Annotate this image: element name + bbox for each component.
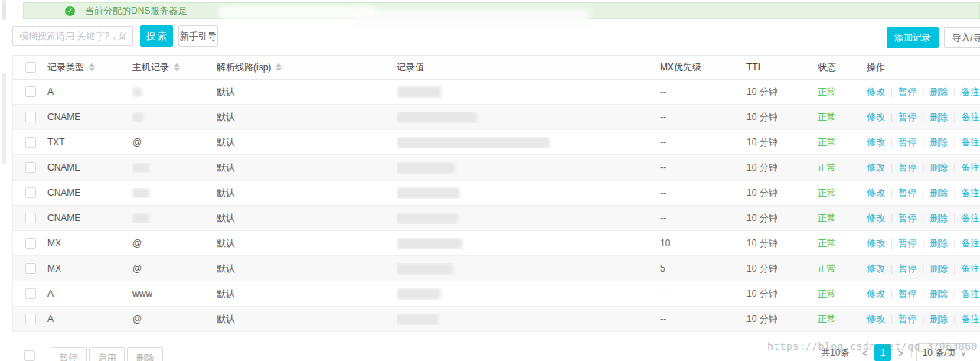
redacted-value xyxy=(397,137,550,148)
pause-batch-button[interactable]: 暂停 xyxy=(51,347,87,361)
import-export-button[interactable]: 导入/导出 xyxy=(944,27,980,48)
pause-link[interactable]: 暂停 xyxy=(898,237,916,250)
remark-link[interactable]: 备注 xyxy=(961,288,979,301)
next-page-icon[interactable]: > xyxy=(896,347,906,359)
row-checkbox[interactable] xyxy=(25,288,36,299)
host-record-cell xyxy=(132,213,217,223)
prev-page-icon[interactable]: < xyxy=(859,347,870,359)
table-row: MX@默认1010 分钟正常修改|暂停|删除|备注 xyxy=(13,231,980,256)
delete-link[interactable]: 删除 xyxy=(929,187,948,200)
pause-link[interactable]: 暂停 xyxy=(898,111,916,124)
sort-icon[interactable] xyxy=(174,63,180,71)
pause-link[interactable]: 暂停 xyxy=(898,161,916,174)
remark-link[interactable]: 备注 xyxy=(961,136,979,149)
pause-link[interactable]: 暂停 xyxy=(898,86,916,99)
mx-priority-value: -- xyxy=(660,162,666,173)
delete-link[interactable]: 删除 xyxy=(929,111,948,124)
total-count-label: 共10条 xyxy=(821,346,849,359)
record-type-cell: CNAME xyxy=(47,112,132,122)
row-checkbox[interactable] xyxy=(25,213,36,223)
divider: | xyxy=(890,187,893,198)
delete-link[interactable]: 删除 xyxy=(929,86,948,99)
delete-batch-button[interactable]: 删除 xyxy=(127,347,163,361)
divider: | xyxy=(953,314,956,324)
remark-link[interactable]: 备注 xyxy=(961,187,979,200)
delete-link[interactable]: 删除 xyxy=(929,237,948,250)
modify-link[interactable]: 修改 xyxy=(867,237,885,250)
ttl-cell: 10 分钟 xyxy=(746,237,818,250)
row-checkbox[interactable] xyxy=(25,137,36,148)
remark-link[interactable]: 备注 xyxy=(961,313,979,326)
pause-link[interactable]: 暂停 xyxy=(898,313,916,326)
column-label: TTL xyxy=(746,62,763,73)
remark-link[interactable]: 备注 xyxy=(961,262,979,275)
row-checkbox[interactable] xyxy=(25,112,36,122)
row-checkbox[interactable] xyxy=(25,162,36,173)
mx-priority-value: 5 xyxy=(660,263,665,274)
redacted-value xyxy=(397,288,441,300)
table-row: A默认--10 分钟正常修改|暂停|删除|备注 xyxy=(13,80,980,105)
search-button[interactable]: 搜 索 xyxy=(140,25,173,47)
status-cell: 正常 xyxy=(818,187,867,200)
pause-link[interactable]: 暂停 xyxy=(898,262,916,275)
footer-select-all-checkbox[interactable] xyxy=(24,350,35,361)
redacted-value xyxy=(397,238,462,249)
remark-link[interactable]: 备注 xyxy=(961,161,979,174)
modify-link[interactable]: 修改 xyxy=(867,136,885,149)
sort-icon[interactable] xyxy=(276,63,282,71)
delete-link[interactable]: 删除 xyxy=(929,313,948,326)
modify-link[interactable]: 修改 xyxy=(867,288,885,301)
status-cell: 正常 xyxy=(818,161,867,174)
delete-link[interactable]: 删除 xyxy=(929,262,948,275)
delete-link[interactable]: 删除 xyxy=(929,212,948,225)
divider xyxy=(854,347,854,358)
modify-link[interactable]: 修改 xyxy=(867,262,885,275)
add-record-button[interactable]: 添加记录 xyxy=(887,27,939,48)
divider xyxy=(911,347,912,358)
ttl-cell: 10 分钟 xyxy=(746,161,818,174)
divider: | xyxy=(953,238,956,249)
ttl-value: 10 分钟 xyxy=(746,288,778,301)
remark-link[interactable]: 备注 xyxy=(961,86,979,99)
delete-link[interactable]: 删除 xyxy=(929,161,948,174)
beginner-guide-button[interactable]: 新手引导 xyxy=(178,25,218,47)
mx-priority-cell: -- xyxy=(660,288,746,299)
mx-priority-cell: -- xyxy=(660,86,746,97)
delete-link[interactable]: 删除 xyxy=(929,288,948,301)
select-all-checkbox[interactable] xyxy=(25,62,36,73)
redacted-host xyxy=(132,112,143,122)
mx-priority-value: -- xyxy=(660,314,666,324)
table-footer: 暂停启用删除 共10条 < 1 > 10 条/页∨ xyxy=(12,340,980,361)
row-checkbox[interactable] xyxy=(25,187,36,198)
sort-icon[interactable] xyxy=(89,63,95,71)
pause-link[interactable]: 暂停 xyxy=(898,212,916,225)
modify-link[interactable]: 修改 xyxy=(867,161,885,174)
mx-priority-value: -- xyxy=(660,187,666,198)
column-label: 操作 xyxy=(867,61,885,74)
modify-link[interactable]: 修改 xyxy=(867,212,885,225)
pause-link[interactable]: 暂停 xyxy=(898,187,916,200)
row-checkbox[interactable] xyxy=(25,238,36,249)
page-size-select[interactable]: 10 条/页∨ xyxy=(916,343,972,361)
modify-link[interactable]: 修改 xyxy=(867,111,885,124)
status-badge: 正常 xyxy=(818,136,836,149)
remark-link[interactable]: 备注 xyxy=(961,111,979,124)
enable-batch-button[interactable]: 启用 xyxy=(89,347,125,361)
row-checkbox[interactable] xyxy=(25,314,36,324)
row-checkbox[interactable] xyxy=(25,263,36,274)
remark-link[interactable]: 备注 xyxy=(961,212,979,225)
record-type-cell: A xyxy=(47,314,132,324)
current-page-button[interactable]: 1 xyxy=(874,344,891,361)
status-cell: 正常 xyxy=(818,212,867,225)
delete-link[interactable]: 删除 xyxy=(929,136,948,149)
search-input[interactable] xyxy=(12,26,133,46)
remark-link[interactable]: 备注 xyxy=(961,237,979,250)
modify-link[interactable]: 修改 xyxy=(867,313,885,326)
pause-link[interactable]: 暂停 xyxy=(898,136,916,149)
pause-link[interactable]: 暂停 xyxy=(898,288,916,301)
modify-link[interactable]: 修改 xyxy=(867,86,885,99)
column-label: 主机记录 xyxy=(132,61,169,74)
modify-link[interactable]: 修改 xyxy=(867,187,885,200)
row-checkbox[interactable] xyxy=(25,86,36,97)
mx-priority-cell: -- xyxy=(660,187,746,198)
